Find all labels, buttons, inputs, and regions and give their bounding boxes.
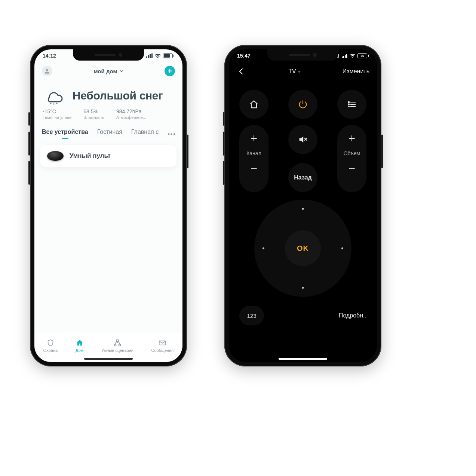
mute-button[interactable] [288,125,317,154]
volume-down-button[interactable] [344,161,359,176]
minus-icon [348,165,356,172]
minus-icon [250,165,258,172]
battery-icon: 76 [357,53,369,58]
channel-label: Канал [246,150,261,156]
volume-label: Объем [344,150,360,156]
clock: 14:12 [43,53,56,59]
shield-icon [46,339,55,347]
status-icons [146,53,174,58]
svg-rect-15 [342,56,343,58]
signal-icon [342,54,348,58]
plus-icon [348,135,356,142]
dpad-left-button[interactable] [262,248,264,249]
weather-title: Небольшой снег [73,89,163,102]
volume-up-button[interactable] [344,131,359,146]
device-icon [47,151,64,161]
svg-point-5 [50,102,51,104]
back-button[interactable] [236,67,246,76]
svg-point-7 [56,102,57,104]
svg-rect-2 [150,54,151,58]
details-button[interactable]: Подробн.. [339,312,366,319]
page-title: TV [288,68,300,75]
list-icon [347,99,357,110]
wifi-icon [154,53,161,58]
status-icons: 76 [336,53,369,58]
ok-button[interactable]: OK [285,230,321,266]
channel-controls: Канал [239,125,268,192]
profile-button[interactable] [42,66,52,76]
dpad-up-button[interactable] [302,208,304,210]
svg-point-23 [348,106,349,107]
phone-mock-home: 14:12 мой дом + [30,45,187,366]
svg-rect-3 [151,53,153,58]
svg-rect-1 [148,55,149,58]
svg-point-21 [348,104,349,105]
power-icon [298,99,308,110]
home-label: мой дом [93,68,117,74]
svg-rect-9 [114,344,116,346]
avatar-icon [44,68,50,74]
chevron-down-icon [120,69,123,73]
device-name: Умный пульт [70,152,111,160]
phone-mock-remote: 15:47 76 TV Изменить [224,45,381,366]
svg-point-6 [53,103,54,104]
channel-up-button[interactable] [246,131,261,146]
tab-main[interactable]: Главная с [131,129,159,140]
weather-widget[interactable]: Небольшой снег [34,79,182,108]
home-icon [249,99,259,110]
home-button[interactable] [239,90,268,119]
nav-scenarios[interactable]: Умные сценарии [101,339,133,353]
svg-rect-0 [146,56,147,58]
power-button[interactable] [288,90,317,119]
clock: 15:47 [237,53,251,59]
volume-controls: Объем [337,125,366,192]
return-button[interactable]: Назад [288,163,317,192]
arrow-left-icon [237,67,245,76]
device-card[interactable]: Умный пульт [40,145,176,167]
battery-icon [163,53,174,58]
signal-icon [146,53,153,58]
edit-button[interactable]: Изменить [343,68,369,75]
metric-temperature: -15°C Темп. на улице [43,108,71,120]
tab-all-devices[interactable]: Все устройства [42,129,88,140]
dpad-down-button[interactable] [302,287,304,289]
channel-down-button[interactable] [246,161,261,176]
mail-icon [158,339,166,347]
home-icon [76,339,84,347]
svg-point-19 [348,102,349,103]
nav-security[interactable]: Охрана [43,339,58,353]
wifi-icon [350,53,356,58]
dpad-right-button[interactable] [341,248,343,249]
nav-messages[interactable]: Сообщения [151,339,174,353]
svg-rect-16 [343,56,344,58]
nav-home[interactable]: Дом [76,339,84,353]
metric-pressure: 984.72hPa Атмосферное... [116,108,146,120]
network-icon [113,339,122,347]
svg-point-4 [46,69,48,71]
svg-rect-18 [346,54,347,58]
home-selector[interactable]: мой дом [93,68,123,74]
add-button[interactable]: + [165,66,175,76]
metric-humidity: 68.5% Влажность [83,108,104,120]
svg-rect-10 [119,344,121,346]
menu-button[interactable] [337,90,366,119]
svg-rect-14 [338,54,339,58]
svg-rect-17 [345,55,346,58]
snow-cloud-icon [42,87,66,105]
numpad-button[interactable]: 123 [239,306,264,325]
tabs-more-button[interactable]: ••• [168,131,178,138]
room-tabs: Все устройства Гостиная Главная с ••• [34,125,182,140]
plus-icon [250,135,258,142]
status-dot-icon [298,71,300,73]
svg-rect-8 [116,340,119,342]
mute-icon [298,134,308,145]
dpad: OK [254,200,351,297]
tab-livingroom[interactable]: Гостиная [97,129,122,140]
plus-icon: + [168,67,172,75]
